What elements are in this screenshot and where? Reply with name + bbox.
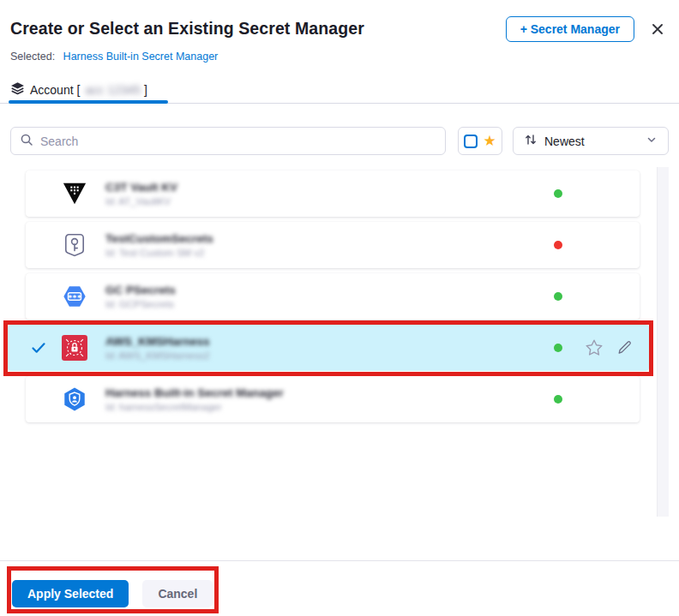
custom-icon bbox=[62, 232, 87, 258]
page-title: Create or Select an Existing Secret Mana… bbox=[10, 19, 364, 39]
tab-scope-open: [ bbox=[77, 83, 81, 97]
close-icon[interactable] bbox=[650, 21, 665, 37]
tab-scope-close: ] bbox=[144, 83, 147, 97]
search-box bbox=[10, 127, 446, 155]
active-tab-underline bbox=[9, 100, 168, 104]
secret-manager-name: TestCustomSecrets bbox=[105, 232, 213, 245]
status-dot-green bbox=[554, 292, 562, 301]
awskms-icon bbox=[62, 335, 87, 361]
layers-icon bbox=[10, 81, 25, 99]
footer-actions: Apply Selected Cancel bbox=[12, 580, 213, 607]
secret-manager-id: Id: AT_VaultKV bbox=[105, 196, 177, 206]
tab-scope-blurred-text: acc 12345 bbox=[85, 83, 141, 97]
selected-check-icon bbox=[30, 339, 47, 356]
row-text: Harness Built-in Secret Manager Id: harn… bbox=[105, 386, 284, 412]
favorites-checkbox[interactable] bbox=[464, 135, 478, 148]
status-dot-red bbox=[554, 241, 562, 249]
sort-dropdown[interactable]: Newest bbox=[513, 127, 669, 155]
chevron-down-icon bbox=[646, 134, 658, 148]
secret-manager-name: AWS_KMSHarness bbox=[105, 335, 210, 348]
favorite-star-outline-icon[interactable] bbox=[584, 338, 604, 358]
sort-updown-icon bbox=[524, 133, 538, 149]
svg-text:***: *** bbox=[68, 294, 81, 302]
search-icon bbox=[20, 133, 33, 150]
secret-manager-id: Id: Test Custom SM v2 bbox=[105, 248, 213, 258]
harness-icon bbox=[62, 386, 87, 412]
selected-label: Selected: bbox=[10, 51, 55, 63]
status-dot-green bbox=[554, 189, 562, 198]
favorite-star-icon: ★ bbox=[483, 134, 496, 148]
secret-manager-list: C3T Vault KV Id: AT_VaultKV TestCustomSe… bbox=[0, 167, 679, 520]
footer-divider bbox=[0, 560, 679, 561]
selected-secret-manager-line: Selected: Harness Built-in Secret Manage… bbox=[10, 51, 218, 63]
tab-account[interactable]: Account [ acc 12345 ] bbox=[10, 81, 147, 99]
vault-icon bbox=[62, 181, 87, 206]
apply-selected-button[interactable]: Apply Selected bbox=[12, 580, 129, 607]
selected-secret-manager-link[interactable]: Harness Built-in Secret Manager bbox=[63, 51, 219, 63]
secret-manager-name: GC PSecrets bbox=[105, 284, 176, 296]
secret-manager-row[interactable]: TestCustomSecrets Id: Test Custom SM v2 bbox=[26, 222, 640, 268]
secret-manager-id: Id: GCPSecrets bbox=[105, 299, 176, 309]
search-input[interactable] bbox=[40, 135, 436, 148]
secret-manager-row[interactable]: Harness Built-in Secret Manager Id: harn… bbox=[26, 376, 640, 422]
tab-account-label: Account bbox=[30, 83, 74, 97]
row-text: C3T Vault KV Id: AT_VaultKV bbox=[105, 181, 177, 206]
edit-pencil-icon[interactable] bbox=[616, 339, 633, 356]
favorites-filter[interactable]: ★ bbox=[458, 127, 502, 155]
secret-manager-row[interactable]: AWS_KMSHarness Id: AWS_KMSHarness2 bbox=[8, 325, 649, 371]
secret-manager-id: Id: harnessSecretManager bbox=[105, 402, 284, 412]
status-dot-green bbox=[554, 395, 562, 404]
sort-selected-option: Newest bbox=[544, 135, 639, 148]
secret-manager-row[interactable]: *** GC PSecrets Id: GCPSecrets bbox=[26, 273, 640, 320]
scrollbar-track[interactable] bbox=[657, 167, 669, 517]
row-text: GC PSecrets Id: GCPSecrets bbox=[105, 284, 176, 309]
secret-manager-name: Harness Built-in Secret Manager bbox=[105, 386, 284, 399]
row-text: AWS_KMSHarness Id: AWS_KMSHarness2 bbox=[105, 335, 210, 361]
add-secret-manager-button[interactable]: + Secret Manager bbox=[506, 16, 634, 42]
status-dot-green bbox=[554, 344, 562, 352]
secret-manager-name: C3T Vault KV bbox=[105, 181, 177, 194]
row-text: TestCustomSecrets Id: Test Custom SM v2 bbox=[105, 232, 213, 258]
secret-manager-row[interactable]: C3T Vault KV Id: AT_VaultKV bbox=[26, 170, 640, 217]
cancel-button[interactable]: Cancel bbox=[142, 580, 213, 607]
secret-manager-id: Id: AWS_KMSHarness2 bbox=[105, 350, 210, 361]
gcp-icon: *** bbox=[62, 284, 87, 309]
